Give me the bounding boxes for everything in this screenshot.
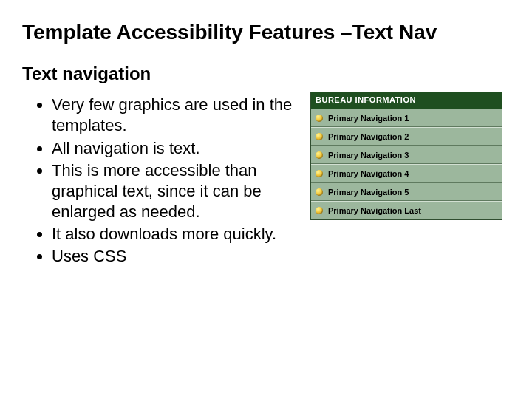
- bullet-item: This is more accessible than graphical t…: [52, 160, 303, 222]
- bullet-icon: [316, 207, 323, 214]
- bullet-list: Very few graphics are used in the templa…: [22, 95, 303, 267]
- bullet-icon: [316, 151, 323, 159]
- nav-header: BUREAU INFORMATION: [311, 92, 502, 109]
- nav-item[interactable]: Primary Navigation 2: [311, 127, 502, 146]
- nav-item[interactable]: Primary Navigation 3: [311, 146, 502, 164]
- slide-body: Text navigation Very few graphics are us…: [22, 64, 510, 268]
- bullet-icon: [316, 188, 323, 196]
- nav-item-label: Primary Navigation Last: [328, 206, 421, 215]
- subheading: Text navigation: [22, 64, 303, 84]
- nav-item-label: Primary Navigation 5: [328, 188, 409, 197]
- nav-item-label: Primary Navigation 3: [328, 151, 409, 160]
- nav-item-label: Primary Navigation 1: [328, 114, 409, 123]
- nav-box: BUREAU INFORMATION Primary Navigation 1 …: [310, 92, 502, 220]
- bullet-icon: [316, 115, 323, 122]
- bullet-icon: [316, 133, 323, 140]
- nav-item[interactable]: Primary Navigation 4: [311, 164, 502, 183]
- bullet-item: Uses CSS: [52, 246, 303, 267]
- bullet-item: It also downloads more quickly.: [52, 224, 303, 245]
- nav-item[interactable]: Primary Navigation Last: [311, 201, 502, 219]
- nav-item[interactable]: Primary Navigation 1: [311, 109, 502, 127]
- nav-item[interactable]: Primary Navigation 5: [311, 183, 502, 201]
- slide: Template Accessibility Features –Text Na…: [0, 0, 532, 399]
- bullet-icon: [316, 170, 323, 177]
- bullet-item: Very few graphics are used in the templa…: [52, 95, 303, 136]
- nav-item-label: Primary Navigation 4: [328, 169, 409, 178]
- bullet-item: All navigation is text.: [52, 138, 303, 159]
- left-column: Text navigation Very few graphics are us…: [22, 64, 310, 268]
- slide-title: Template Accessibility Features –Text Na…: [22, 21, 510, 44]
- nav-item-label: Primary Navigation 2: [328, 132, 409, 141]
- right-column: BUREAU INFORMATION Primary Navigation 1 …: [310, 64, 510, 220]
